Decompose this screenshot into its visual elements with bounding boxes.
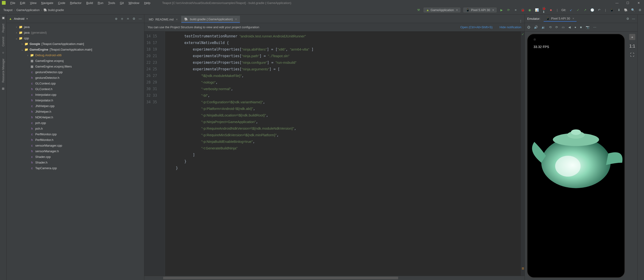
editor-horizontal-scrollbar[interactable]: [144, 276, 524, 280]
collapse-all-icon[interactable]: ≐: [127, 17, 129, 21]
sync-gradle-icon[interactable]: 🐘: [624, 8, 628, 12]
stop-icon[interactable]: ■: [549, 8, 553, 12]
rotate-left-icon[interactable]: ⟲: [549, 26, 552, 29]
zoom-actual-button[interactable]: 1:1: [629, 44, 635, 49]
code-editor[interactable]: testInstrumentationRunner "androidx.test…: [165, 32, 521, 276]
hide-panel-icon[interactable]: —: [139, 17, 142, 21]
power-icon[interactable]: ⏻: [527, 26, 530, 29]
menu-window[interactable]: Window: [126, 1, 142, 5]
tree-item[interactable]: ▦GameEngine.vcxproj.filters: [6, 64, 144, 69]
tree-item[interactable]: ›📁Google[Teapot.GameApplication.main]: [6, 41, 144, 47]
tree-item[interactable]: cPerfMonitor.cpp: [6, 131, 144, 137]
resource-manager-icon[interactable]: ⊞: [2, 87, 4, 90]
emulator-settings-icon[interactable]: ⚙: [626, 17, 629, 21]
menu-tools[interactable]: Tools: [106, 1, 118, 5]
tree-item[interactable]: cpch.cpp: [6, 120, 144, 126]
tree-item[interactable]: ⌄📁cpp: [6, 35, 144, 41]
tree-item[interactable]: cJNIHelper.cpp: [6, 103, 144, 109]
menu-run[interactable]: Run: [96, 1, 106, 5]
banner-open-link[interactable]: Open (Ctrl+Alt+Shift+S): [460, 26, 493, 29]
run-config-select[interactable]: ▲GameApplication▾: [424, 8, 460, 13]
tree-item[interactable]: hPerfMonitor.h: [6, 137, 144, 143]
menu-refactor[interactable]: Refactor: [68, 1, 84, 5]
hide-emulator-icon[interactable]: —: [632, 17, 635, 21]
close-button[interactable]: ✕: [633, 0, 644, 6]
search-everywhere-icon[interactable]: 🔍: [631, 8, 635, 12]
zoom-in-button[interactable]: +: [629, 34, 635, 40]
menu-edit[interactable]: Edit: [18, 1, 28, 5]
editor-tab[interactable]: MDREADME.md×: [146, 16, 181, 23]
run-icon[interactable]: ▶: [500, 8, 504, 12]
tree-item[interactable]: hJNIHelper.h: [6, 109, 144, 114]
device-select[interactable]: 📱Pixel 5 API 30▾: [463, 8, 497, 13]
tree-item[interactable]: ›📁java: [6, 24, 144, 30]
menu-help[interactable]: Help: [142, 1, 153, 5]
expand-arrow-icon[interactable]: ⌄: [14, 37, 18, 40]
tree-item[interactable]: hNDKHelper.h: [6, 114, 144, 120]
tree-item[interactable]: hgestureDetector.h: [6, 75, 144, 81]
rotate-right-icon[interactable]: ⟳: [556, 26, 558, 29]
menu-view[interactable]: View: [28, 1, 39, 5]
apply-code-icon[interactable]: ≡: [514, 8, 518, 12]
close-tab-icon[interactable]: ×: [176, 18, 178, 21]
build-hammer-icon[interactable]: ⚒: [416, 8, 421, 12]
close-tab-icon[interactable]: ×: [235, 18, 237, 21]
tree-item[interactable]: cInterpolator.cpp: [6, 92, 144, 97]
volume-down-icon[interactable]: 🔉: [542, 26, 545, 29]
error-stripe[interactable]: ✓ ≡: [521, 32, 524, 276]
tree-item[interactable]: hInterpolator.h: [6, 97, 144, 103]
breadcrumb-module[interactable]: GameApplication: [15, 8, 41, 12]
fold-device-icon[interactable]: ▭: [562, 26, 564, 29]
maximize-button[interactable]: ☐: [622, 0, 633, 6]
minimize-button[interactable]: —: [612, 0, 622, 6]
tree-item[interactable]: hsensorManager.h: [6, 148, 144, 154]
extended-controls-icon[interactable]: ⋯: [593, 26, 596, 29]
project-tree[interactable]: ›📁java›📁java(generated)⌄📁cpp›📁Google[Tea…: [6, 23, 144, 280]
profile-icon[interactable]: 📊: [535, 8, 539, 12]
commit-tool-label[interactable]: Commit: [2, 37, 5, 46]
tree-item[interactable]: hGLContext.h: [6, 86, 144, 92]
tree-item[interactable]: hpch.h: [6, 126, 144, 131]
tree-item[interactable]: hShader.h: [6, 160, 144, 165]
apply-changes-icon[interactable]: ⟳: [506, 8, 511, 12]
tree-item[interactable]: cGLContext.cpp: [6, 81, 144, 86]
commit-tool-icon[interactable]: ○: [2, 51, 4, 54]
git-history-icon[interactable]: 🕘: [590, 8, 594, 12]
tree-item[interactable]: ›📁Debug.Android-x86: [6, 52, 144, 58]
panel-settings-icon[interactable]: ⚙: [132, 17, 136, 21]
tree-item[interactable]: csensorManager.cpp: [6, 143, 144, 148]
line-number-gutter[interactable]: 14 15 16 17 18 19 20 21 22 23 24 25 26 2…: [144, 32, 161, 276]
breadcrumb-root[interactable]: Teapot: [2, 8, 14, 12]
tree-item[interactable]: ›📁java(generated): [6, 30, 144, 35]
volume-up-icon[interactable]: 🔊: [534, 26, 538, 29]
close-icon[interactable]: ×: [572, 17, 574, 20]
expand-arrow-icon[interactable]: ›: [14, 25, 18, 29]
breadcrumb-file[interactable]: 🐘build.gradle: [42, 8, 65, 12]
emulator-device-tab[interactable]: 📱Pixel 5 API 30×: [544, 16, 577, 22]
screenshot-icon[interactable]: 📷: [586, 26, 590, 29]
editor-tab[interactable]: 🐘build.gradle (:GameApplication)×: [181, 16, 240, 23]
expand-all-icon[interactable]: ≑: [121, 17, 124, 21]
tabs-overflow-icon[interactable]: ⋮: [517, 19, 524, 23]
tree-item[interactable]: ⌄📁GameEngine[Teapot.GameApplication.main…: [6, 47, 144, 52]
tree-item[interactable]: cTapCamera.cpp: [6, 165, 144, 171]
banner-hide-link[interactable]: Hide notification: [500, 26, 522, 29]
debug-icon[interactable]: 🐞: [520, 8, 525, 12]
expand-arrow-icon[interactable]: ⌄: [20, 48, 24, 51]
tree-item[interactable]: cShader.cpp: [6, 154, 144, 160]
git-rollback-icon[interactable]: ↶: [597, 8, 602, 12]
menu-git[interactable]: Git: [118, 1, 126, 5]
git-update-icon[interactable]: ↙: [569, 8, 573, 12]
back-icon[interactable]: ◀: [568, 26, 571, 29]
tree-item[interactable]: cgestureDetector.cpp: [6, 69, 144, 75]
overview-icon[interactable]: ■: [580, 26, 582, 29]
project-tool-label[interactable]: Project: [2, 24, 5, 33]
tree-item[interactable]: ▦GameEngine.vcxproj: [6, 58, 144, 64]
git-commit-icon[interactable]: ✓: [576, 8, 580, 12]
home-icon[interactable]: ●: [574, 26, 576, 29]
fold-gutter[interactable]: [161, 32, 165, 276]
project-tool-icon[interactable]: ▣: [2, 16, 5, 20]
git-push-icon[interactable]: ↗: [583, 8, 587, 12]
zoom-fit-button[interactable]: ⛶: [630, 53, 634, 57]
menu-build[interactable]: Build: [84, 1, 96, 5]
